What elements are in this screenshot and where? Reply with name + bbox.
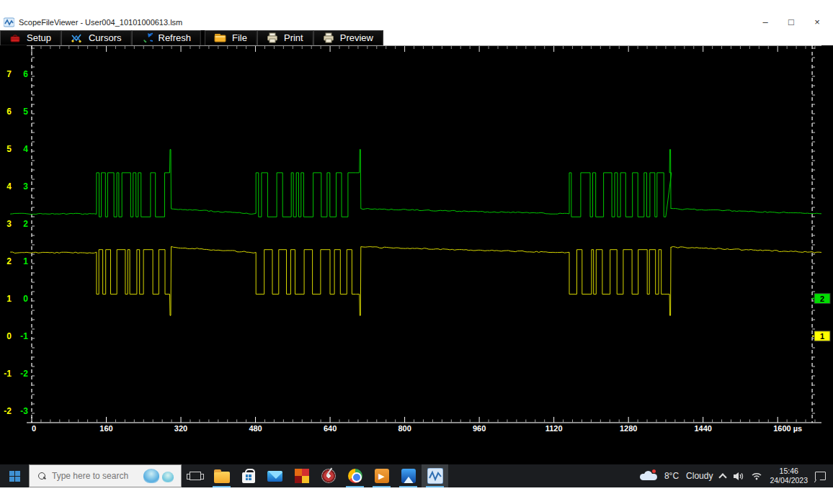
taskbar-app-store[interactable] bbox=[235, 464, 262, 487]
x-axis-tick-label: 960 bbox=[473, 424, 486, 433]
y-axis-label-green: -2 bbox=[20, 369, 28, 379]
start-button[interactable] bbox=[0, 464, 29, 487]
restore-button[interactable]: □ bbox=[778, 14, 804, 30]
y-axis-label-green: 2 bbox=[23, 219, 28, 229]
taskbar-app-explorer[interactable] bbox=[208, 464, 235, 487]
preview-button[interactable]: Preview bbox=[313, 30, 383, 45]
photos-icon bbox=[401, 469, 416, 483]
chevron-up-icon[interactable] bbox=[719, 473, 727, 481]
taskbar-app-photos[interactable] bbox=[395, 464, 422, 487]
task-view-icon bbox=[190, 472, 201, 480]
y-axis-label-green: 1 bbox=[23, 256, 28, 266]
task-view-button[interactable] bbox=[182, 464, 208, 487]
close-button[interactable]: × bbox=[804, 14, 830, 30]
taskbar-apps: ▶ bbox=[182, 464, 448, 487]
y-axis-label-green: 3 bbox=[23, 181, 28, 192]
cursors-button[interactable]: Cursors bbox=[61, 30, 132, 45]
refresh-icon bbox=[141, 32, 153, 44]
printer-preview-icon bbox=[323, 32, 334, 43]
x-axis-tick-label: 1120 bbox=[545, 424, 563, 433]
y-axis-label-yellow: 0 bbox=[6, 331, 12, 341]
desktop-strip bbox=[0, 487, 833, 504]
toolbar: Setup Cursors Refresh File Print bbox=[0, 30, 383, 45]
x-axis-tick-label: 480 bbox=[249, 424, 262, 433]
taskbar-app-movies[interactable]: ▶ bbox=[368, 464, 395, 487]
system-tray: 8°C Cloudy 15:46 24/04/2023 bbox=[640, 464, 833, 487]
y-axis-label-green: 0 bbox=[23, 294, 28, 304]
y-axis-label-yellow: 4 bbox=[6, 181, 12, 192]
setup-label: Setup bbox=[27, 32, 51, 43]
taskbar-app-media[interactable] bbox=[315, 464, 342, 487]
window-title: ScopeFileViewer - User004_10101000613.ls… bbox=[19, 18, 182, 27]
x-axis-tick-label: 0 bbox=[32, 424, 36, 433]
y-axis-label-yellow: 3 bbox=[6, 219, 12, 229]
volume-icon[interactable] bbox=[733, 472, 744, 481]
y-axis-label-yellow: 7 bbox=[6, 69, 12, 79]
setup-button[interactable]: Setup bbox=[0, 30, 61, 45]
trace-channel-2 bbox=[10, 150, 821, 217]
y-axis-label-yellow: 2 bbox=[6, 256, 12, 266]
file-button[interactable]: File bbox=[205, 30, 257, 45]
file-label: File bbox=[232, 32, 247, 43]
action-center-icon[interactable] bbox=[815, 472, 826, 480]
weather-condition[interactable]: Cloudy bbox=[686, 471, 713, 481]
mail-icon bbox=[267, 471, 282, 482]
x-axis-tick-label: 1280 bbox=[620, 424, 637, 433]
cursors-icon bbox=[71, 32, 83, 44]
chrome-icon bbox=[348, 469, 362, 483]
scope-app-icon bbox=[427, 468, 443, 484]
weather-temp[interactable]: 8°C bbox=[664, 471, 679, 481]
y-axis-label-green: -3 bbox=[20, 406, 28, 416]
windows-logo-icon bbox=[9, 471, 20, 482]
app-icon bbox=[4, 17, 14, 27]
taskbar-app-scopeviewer[interactable] bbox=[422, 464, 448, 487]
movies-tv-icon: ▶ bbox=[375, 469, 389, 483]
search-input[interactable] bbox=[52, 471, 146, 481]
trace-channel-1 bbox=[10, 246, 821, 315]
y-axis-label-green: -1 bbox=[20, 331, 28, 341]
weather-icon[interactable] bbox=[640, 471, 657, 481]
x-axis-tick-label: 1440 bbox=[694, 424, 711, 433]
taskbar-app-chrome[interactable] bbox=[342, 464, 368, 487]
refresh-button[interactable]: Refresh bbox=[132, 30, 202, 45]
print-button[interactable]: Print bbox=[257, 30, 313, 45]
taskbar-app-mosaic[interactable] bbox=[288, 464, 315, 487]
clock-date: 24/04/2023 bbox=[770, 476, 808, 485]
taskbar-app-mail[interactable] bbox=[262, 464, 288, 487]
search-icon bbox=[38, 472, 46, 480]
y-axis-label-yellow: 1 bbox=[6, 294, 12, 304]
y-axis-label-yellow: 6 bbox=[6, 107, 12, 117]
minimize-button[interactable]: – bbox=[752, 14, 778, 30]
taskbar-clock[interactable]: 15:46 24/04/2023 bbox=[770, 467, 808, 485]
x-axis-tick-label: 800 bbox=[398, 424, 411, 433]
media-app-icon bbox=[321, 469, 336, 483]
y-axis-label-green: 6 bbox=[23, 69, 28, 79]
y-axis-label-green: 5 bbox=[23, 107, 28, 117]
taskbar-search[interactable] bbox=[29, 464, 182, 487]
cursors-label: Cursors bbox=[89, 32, 122, 43]
x-axis-tick-label: 1600 µs bbox=[773, 424, 802, 433]
mosaic-app-icon bbox=[295, 469, 309, 483]
wifi-icon[interactable] bbox=[751, 472, 762, 480]
preview-label: Preview bbox=[340, 32, 373, 43]
scope-plot[interactable]: 01603204806408009601120128014401600 µs76… bbox=[0, 45, 833, 433]
title-bar: ScopeFileViewer - User004_10101000613.ls… bbox=[0, 0, 833, 30]
screen: { "window": { "title": "ScopeFileViewer … bbox=[0, 0, 833, 504]
folder-icon bbox=[214, 32, 226, 43]
x-axis-tick-label: 640 bbox=[324, 424, 337, 433]
x-axis-tick-label: 320 bbox=[174, 424, 187, 433]
scope-plot-svg[interactable]: 01603204806408009601120128014401600 µs76… bbox=[0, 45, 833, 433]
taskbar: ▶ 8°C Cloudy 15:46 24/04/2023 bbox=[0, 464, 833, 487]
y-axis-label-green: 4 bbox=[23, 144, 28, 154]
print-label: Print bbox=[284, 32, 303, 43]
x-axis-tick-label: 160 bbox=[99, 424, 112, 433]
search-decoration bbox=[142, 467, 177, 486]
printer-icon bbox=[267, 32, 278, 43]
transport-bar: 00:00:049 x8 bbox=[0, 433, 833, 464]
toolbox-icon bbox=[9, 32, 21, 44]
channel-marker-label-1: 1 bbox=[820, 332, 824, 341]
refresh-label: Refresh bbox=[159, 32, 192, 43]
file-explorer-icon bbox=[214, 472, 230, 483]
y-axis-label-yellow: 5 bbox=[6, 144, 12, 154]
store-icon bbox=[242, 472, 255, 483]
